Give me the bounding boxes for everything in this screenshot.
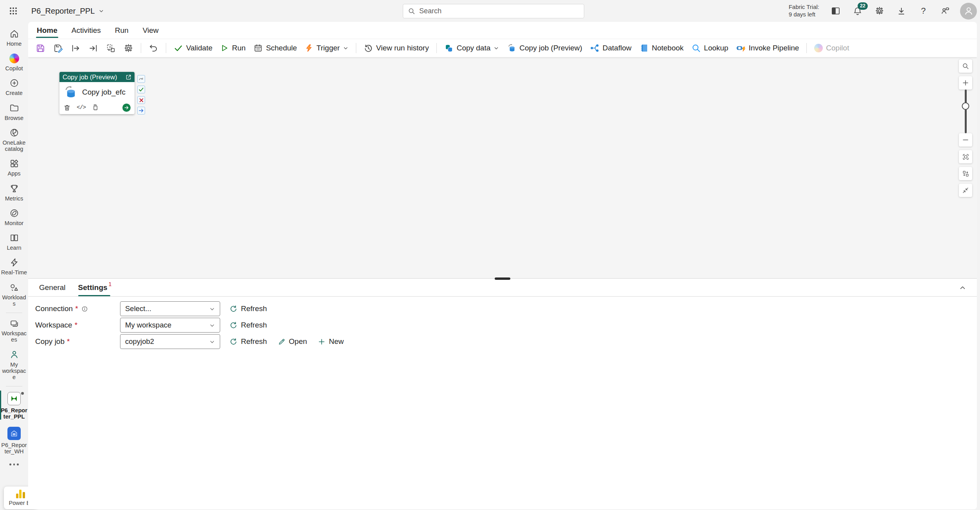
sidebar-item-monitor[interactable]: Monitor <box>0 205 28 230</box>
undo-button[interactable] <box>145 41 162 55</box>
toolbar-divider <box>166 43 166 53</box>
dataflow-button[interactable]: Dataflow <box>587 41 635 55</box>
copy-job-preview-button[interactable]: Copy job (Preview) <box>503 41 586 55</box>
check-icon <box>138 87 144 92</box>
info-icon[interactable] <box>81 306 88 312</box>
sidebar-item-browse[interactable]: Browse <box>0 100 28 125</box>
settings-button[interactable] <box>872 4 887 18</box>
pipeline-template-button[interactable] <box>102 41 119 55</box>
collapse-view-button[interactable] <box>959 184 972 197</box>
tab-view[interactable]: View <box>143 22 159 39</box>
export-button[interactable] <box>67 41 84 55</box>
account-avatar[interactable] <box>960 3 977 20</box>
sidebar-item-warehouse-p6-reporter-wh[interactable]: P6_Reporter_WH <box>0 424 28 458</box>
notifications-button[interactable]: 22 <box>851 4 865 18</box>
tab-settings[interactable]: Settings 1 <box>78 279 111 296</box>
on-skip-connector[interactable] <box>137 75 145 83</box>
refresh-workspaces-button[interactable]: Refresh <box>230 321 267 329</box>
side-pane-toggle-button[interactable] <box>829 4 843 18</box>
sidebar-item-workspaces[interactable]: Workspaces <box>0 315 28 346</box>
tab-home[interactable]: Home <box>37 22 57 39</box>
sidebar-item-real-time[interactable]: Real-Time <box>0 254 28 279</box>
sidebar-item-learn[interactable]: Learn <box>0 230 28 254</box>
open-in-new-icon[interactable] <box>126 74 131 80</box>
save-button[interactable] <box>32 41 49 55</box>
add-next-activity-button[interactable] <box>122 104 131 112</box>
trophy-icon <box>9 184 19 193</box>
workspaces-icon <box>9 319 19 328</box>
calendar-icon <box>253 43 263 53</box>
save-as-button[interactable] <box>50 41 66 55</box>
apps-icon <box>9 159 19 168</box>
sidebar-item-home[interactable]: Home <box>0 26 28 50</box>
copy-data-button[interactable]: Copy data <box>441 41 503 55</box>
tab-general[interactable]: General <box>39 279 66 296</box>
pipeline-title-menu[interactable]: P6_Reporter_PPL <box>31 7 104 16</box>
invoke-pipeline-button[interactable]: Invoke Pipeline <box>732 41 802 55</box>
copilot-button[interactable]: Copilot <box>811 41 853 55</box>
open-copy-job-button[interactable]: Open <box>278 337 307 346</box>
copy-job-icon <box>507 43 516 53</box>
connection-select[interactable]: Select... <box>120 301 220 316</box>
zoom-slider[interactable] <box>959 89 972 133</box>
sidebar-item-metrics[interactable]: Metrics <box>0 181 28 205</box>
help-button[interactable]: ? <box>916 4 930 18</box>
pipeline-settings-button[interactable] <box>120 41 137 55</box>
view-run-history-button[interactable]: View run history <box>360 41 433 55</box>
sidebar-item-copilot[interactable]: Copilot <box>0 50 28 75</box>
on-success-connector[interactable] <box>137 86 145 93</box>
fit-to-screen-button[interactable] <box>959 150 972 163</box>
sidebar-item-my-workspace[interactable]: My workspace <box>0 347 28 384</box>
trigger-lightning-icon <box>305 44 313 52</box>
connection-row: Connection * Select... Refresh <box>35 301 977 316</box>
refresh-copy-jobs-button[interactable]: Refresh <box>230 337 267 346</box>
collapse-panel-button[interactable] <box>957 282 968 293</box>
run-play-icon <box>220 44 229 52</box>
zoom-slider-handle[interactable] <box>962 102 969 110</box>
plus-icon <box>962 79 969 86</box>
rail-more-button[interactable] <box>9 458 19 471</box>
refresh-connections-button[interactable]: Refresh <box>230 304 267 313</box>
tab-run[interactable]: Run <box>115 22 129 39</box>
activity-card-copy-job[interactable]: Copy job (Preview) Copy job_efc </> <box>59 72 135 114</box>
download-button[interactable] <box>894 4 908 18</box>
lookup-button[interactable]: Lookup <box>688 41 732 55</box>
copy-job-select[interactable]: copyjob2 <box>120 334 220 349</box>
sidebar-item-apps[interactable]: Apps <box>0 156 28 180</box>
delete-activity-button[interactable] <box>63 104 71 111</box>
on-failure-connector[interactable] <box>137 96 145 104</box>
pipeline-canvas[interactable]: Copy job (Preview) Copy job_efc </> <box>28 57 977 278</box>
feedback-button[interactable] <box>938 4 952 18</box>
workspace-select[interactable]: My workspace <box>120 318 220 333</box>
sidebar-item-pipeline-p6-reporter-ppl[interactable]: P6_Reporter_PPL <box>0 389 28 423</box>
new-copy-job-button[interactable]: New <box>318 337 344 346</box>
my-workspace-icon <box>9 350 19 360</box>
view-code-button[interactable]: </> <box>77 104 86 111</box>
clone-activity-button[interactable] <box>92 104 99 111</box>
connection-actions: Refresh <box>230 304 267 313</box>
editor-surface: Home Activities Run View <box>28 22 977 509</box>
required-marker: * <box>75 304 78 313</box>
run-button[interactable]: Run <box>217 41 249 55</box>
sidebar-item-create[interactable]: Create <box>0 75 28 100</box>
tab-activities[interactable]: Activities <box>72 22 101 39</box>
canvas-search-button[interactable] <box>959 59 972 73</box>
search-input[interactable] <box>419 7 579 15</box>
notebook-button[interactable]: Notebook <box>636 41 687 55</box>
auto-align-button[interactable] <box>959 167 972 180</box>
side-pane-icon <box>831 6 840 16</box>
chevron-down-icon <box>343 45 348 51</box>
on-completion-connector[interactable] <box>137 107 145 115</box>
sidebar-item-onelake-catalog[interactable]: OneLake catalog <box>0 125 28 156</box>
search-icon <box>962 63 969 70</box>
trigger-button[interactable]: Trigger <box>301 41 352 55</box>
zoom-out-button[interactable] <box>959 133 972 147</box>
sidebar-item-workloads[interactable]: Workloads <box>0 279 28 310</box>
schedule-button[interactable]: Schedule <box>250 41 300 55</box>
zoom-in-button[interactable] <box>959 76 972 89</box>
import-button[interactable] <box>85 41 102 55</box>
panel-resize-handle[interactable] <box>495 277 510 280</box>
chevron-down-icon <box>494 45 499 51</box>
validate-button[interactable]: Validate <box>170 41 216 55</box>
app-launcher-button[interactable] <box>5 2 22 20</box>
